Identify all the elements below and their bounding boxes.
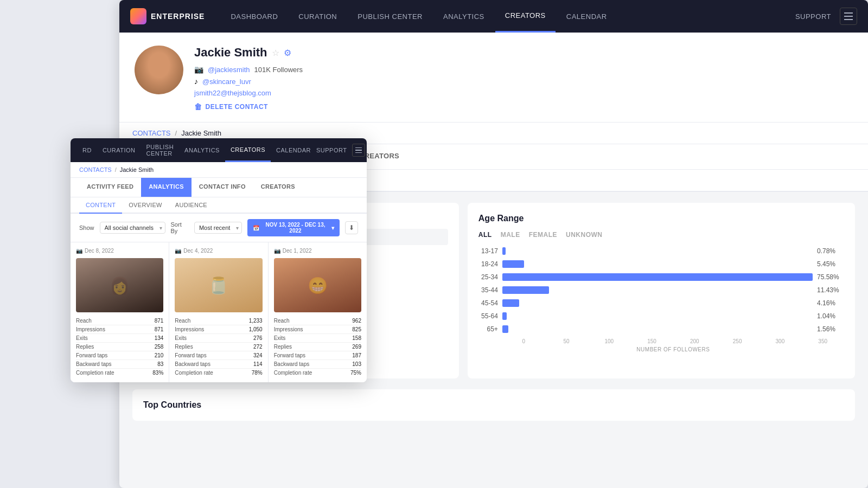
delete-icon: 🗑 bbox=[194, 102, 202, 111]
age-bar-25-34: 25-34 75.58% bbox=[478, 273, 844, 281]
channel-select-wrap[interactable]: All social channels bbox=[100, 222, 165, 234]
nav-links: DASHBOARD CURATION PUBLISH CENTER ANALYT… bbox=[221, 0, 795, 33]
stat-row: Replies269 bbox=[274, 343, 361, 351]
card-img-1: 👩 bbox=[76, 258, 163, 312]
age-filter-unknown[interactable]: UNKNOWN bbox=[566, 231, 603, 239]
front-support[interactable]: SUPPORT bbox=[316, 147, 347, 153]
sort-select-wrap[interactable]: Most recent bbox=[194, 222, 242, 234]
axis-title: NUMBER OF FOLLOWERS bbox=[502, 346, 844, 352]
stat-row: Reach962 bbox=[274, 317, 361, 325]
age-pct-45-54: 4.16% bbox=[817, 299, 844, 307]
email-link[interactable]: jsmith22@thejsblog.com bbox=[194, 89, 853, 97]
card-img-inner-1: 👩 bbox=[76, 258, 163, 312]
front-tab-analytics[interactable]: ANALYTICS bbox=[141, 178, 192, 197]
nav-support[interactable]: SUPPORT bbox=[795, 12, 831, 21]
age-bar-wrap-35-44 bbox=[502, 286, 813, 294]
top-countries-title: Top Countries bbox=[143, 400, 844, 410]
axis-100: 100 bbox=[588, 338, 630, 344]
front-nav-curation[interactable]: CURATION bbox=[97, 138, 141, 162]
age-filter-male[interactable]: MALE bbox=[501, 231, 520, 239]
front-nav-calendar[interactable]: CALENDAR bbox=[271, 138, 316, 162]
tiktok-handle[interactable]: @skincare_luvr bbox=[202, 78, 251, 86]
age-filter-row: ALL MALE FEMALE UNKNOWN bbox=[478, 231, 844, 239]
breadcrumb-separator: / bbox=[175, 129, 177, 137]
card-date-2: 📷 Dec 4, 2022 bbox=[175, 248, 262, 254]
nav-link-dashboard[interactable]: DASHBOARD bbox=[221, 0, 288, 33]
stat-row: Impressions825 bbox=[274, 325, 361, 334]
front-tab-contact-info[interactable]: CONTACT INFO bbox=[192, 178, 253, 197]
age-bar-fill-25-34 bbox=[502, 273, 813, 281]
front-sub-tab-overview[interactable]: OVERVIEW bbox=[122, 197, 169, 214]
front-menu-line-2 bbox=[355, 150, 362, 151]
stat-row: Backward taps114 bbox=[175, 360, 262, 369]
card-stats-1: Reach871 Impressions871 Exits134 Replies… bbox=[76, 317, 163, 377]
front-nav-creators[interactable]: CREATORS bbox=[225, 138, 271, 162]
age-bar-18-24: 18-24 5.45% bbox=[478, 260, 844, 268]
age-label-25-34: 25-34 bbox=[478, 273, 498, 281]
front-tab-creators[interactable]: CREATORS bbox=[253, 178, 303, 197]
front-menu-line-3 bbox=[355, 152, 362, 153]
front-bc-sep: / bbox=[115, 166, 117, 173]
front-nav-analytics[interactable]: ANALYTICS bbox=[179, 138, 225, 162]
card-img-inner-2: 🫙 bbox=[175, 258, 262, 312]
date-range-button[interactable]: 📅 NOV 13, 2022 - DEC 13, 2022 ▾ bbox=[247, 219, 340, 236]
front-breadcrumb: CONTACTS / Jackie Smith bbox=[71, 162, 367, 178]
nav-logo[interactable]: ENTERPRISE bbox=[130, 8, 205, 24]
avatar-image bbox=[135, 46, 183, 94]
star-icon: ☆ bbox=[272, 48, 279, 58]
nav-link-curation[interactable]: CURATION bbox=[289, 0, 347, 33]
nav-link-calendar[interactable]: CALENDAR bbox=[557, 0, 617, 33]
card-stats-2: Reach1,233 Impressions1,050 Exits276 Rep… bbox=[175, 317, 262, 377]
stat-row: Completion rate78% bbox=[175, 369, 262, 377]
top-nav: ENTERPRISE DASHBOARD CURATION PUBLISH CE… bbox=[119, 0, 868, 33]
stat-row: Completion rate83% bbox=[76, 369, 163, 377]
age-bars: 13-17 0.78% 18-24 5.45% 25-34 bbox=[478, 247, 844, 333]
stat-row: Backward taps83 bbox=[76, 360, 163, 369]
sort-label: Sort By bbox=[171, 221, 189, 234]
channel-select[interactable]: All social channels bbox=[100, 222, 165, 234]
hamburger-menu-button[interactable] bbox=[840, 8, 857, 25]
front-tab-activity[interactable]: ACTIVITY FEED bbox=[79, 178, 141, 197]
age-range-section: Age Range ALL MALE FEMALE UNKNOWN 13-17 … bbox=[468, 203, 855, 378]
stat-row: Reach871 bbox=[76, 317, 163, 325]
front-nav-publish[interactable]: PUBLISH CENTER bbox=[141, 138, 180, 162]
age-bar-wrap-55-64 bbox=[502, 312, 813, 320]
front-sub-tabs: CONTENT OVERVIEW AUDIENCE bbox=[71, 197, 367, 214]
instagram-handle[interactable]: @jackiesmith bbox=[208, 66, 250, 74]
ig-icon-3: 📷 bbox=[274, 248, 280, 254]
card-img-2: 🫙 bbox=[175, 258, 262, 312]
front-sub-tab-content[interactable]: CONTENT bbox=[79, 197, 122, 214]
nav-link-publish[interactable]: PUBLISH CENTER bbox=[348, 0, 432, 33]
front-nav-right: SUPPORT bbox=[316, 144, 365, 157]
ig-icon-2: 📷 bbox=[175, 248, 181, 254]
nav-link-analytics[interactable]: ANALYTICS bbox=[433, 0, 494, 33]
card-date-3: 📷 Dec 1, 2022 bbox=[274, 248, 361, 254]
age-pct-55-64: 1.04% bbox=[817, 312, 844, 320]
nav-link-creators[interactable]: CREATORS bbox=[495, 0, 556, 33]
export-button[interactable]: ⬇ bbox=[345, 221, 358, 234]
axis-0: 0 bbox=[502, 338, 545, 344]
age-label-35-44: 35-44 bbox=[478, 286, 498, 294]
badge-icon: ⚙ bbox=[284, 48, 291, 58]
axis-350: 350 bbox=[801, 338, 844, 344]
front-sub-tab-audience[interactable]: AUDIENCE bbox=[169, 197, 214, 214]
age-filter-all[interactable]: ALL bbox=[478, 231, 492, 239]
age-pct-65plus: 1.56% bbox=[817, 325, 844, 333]
breadcrumb-contacts[interactable]: CONTACTS bbox=[132, 129, 171, 137]
instagram-row: 📷 @jackiesmith 101K Followers bbox=[194, 65, 853, 74]
axis-150: 150 bbox=[630, 338, 673, 344]
profile-name-row: Jackie Smith ☆ ⚙ bbox=[194, 46, 853, 60]
age-filter-female[interactable]: FEMALE bbox=[529, 231, 557, 239]
menu-line-2 bbox=[844, 16, 853, 17]
front-hamburger-button[interactable] bbox=[352, 144, 365, 157]
stat-row: Impressions871 bbox=[76, 325, 163, 334]
front-bc-contacts[interactable]: CONTACTS bbox=[79, 166, 112, 173]
sort-select[interactable]: Most recent bbox=[194, 222, 242, 234]
delete-contact-button[interactable]: 🗑 DELETE CONTACT bbox=[194, 102, 853, 111]
top-countries-section: Top Countries bbox=[132, 389, 855, 421]
instagram-followers: 101K Followers bbox=[254, 66, 303, 74]
front-nav-rd[interactable]: RD bbox=[77, 138, 97, 162]
age-bar-13-17: 13-17 0.78% bbox=[478, 247, 844, 255]
tiktok-icon: ♪ bbox=[194, 77, 198, 86]
axis-250: 250 bbox=[716, 338, 759, 344]
